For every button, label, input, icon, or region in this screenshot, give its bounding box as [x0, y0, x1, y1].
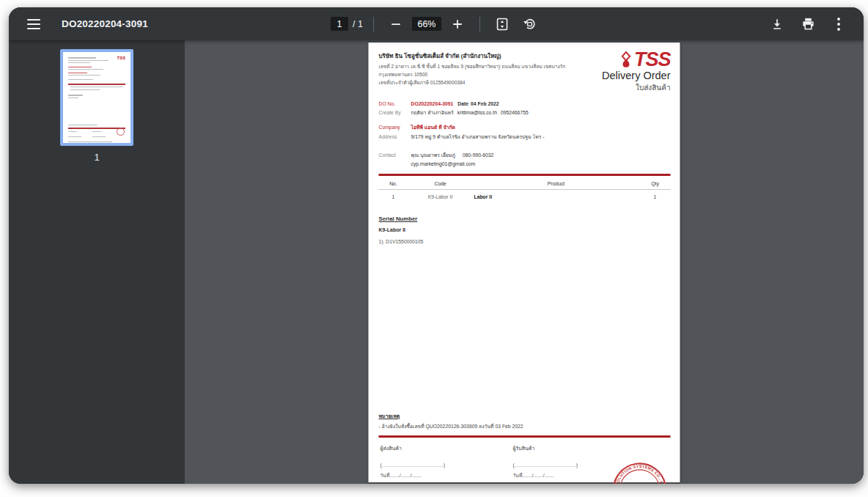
doc-type-english: Delivery Order	[602, 70, 670, 81]
customer-address-value: 9/179 หมู่ 9 ตำบลไร่ขิง อำเภอสามพราน จัง…	[411, 133, 545, 141]
create-by-email: krittima@tss.co.th	[457, 108, 497, 117]
serial-product-code: K9-Labor II	[379, 227, 671, 232]
toolbar-center-controls: / 1	[331, 7, 542, 40]
sender-label: ผู้ส่งสินค้า	[380, 444, 446, 452]
contact-phone: 080-990-6032	[463, 151, 493, 160]
toolbar-separator	[479, 17, 480, 32]
zoom-out-button[interactable]	[384, 12, 408, 36]
col-header-qty: Qty	[640, 177, 671, 190]
seller-info: บริษัท ธิน โซลูชั่นซิสเต็มส์ จำกัด (สำนั…	[379, 51, 566, 93]
page-number-input[interactable]	[331, 17, 348, 31]
pdf-main-area[interactable]: บริษัท ธิน โซลูชั่นซิสเต็มส์ จำกัด (สำนั…	[185, 40, 864, 484]
thumbnail-page-number: 1	[60, 152, 133, 163]
sender-sign-line: (...................................)	[380, 463, 446, 468]
note-reference-line: - อ้างอิงใบสั่งซื้อเลขที่ QUO20220126-30…	[379, 422, 671, 430]
logo-block: TSS Delivery Order ใบส่งสินค้า	[602, 50, 670, 93]
fit-page-button[interactable]	[490, 12, 514, 36]
item-code: K9-Labor II	[408, 189, 473, 201]
col-header-no: No.	[379, 177, 408, 190]
col-header-code: Code	[408, 177, 473, 190]
do-number-label: DO No.	[379, 100, 411, 108]
item-qty: 1	[640, 189, 671, 201]
receiver-date-line: วันที่......./......./.......	[513, 471, 578, 479]
serial-number-item: 1). D1V1550000105	[379, 239, 671, 244]
toolbar-right-controls	[765, 12, 850, 36]
col-header-product: Product	[473, 177, 640, 190]
seller-address-line1: เลขที่ 2 อาคาร เค.ซี.ซี ชั้นที่ 1 ซอยสีล…	[379, 63, 566, 71]
serial-section: Serial Number K9-Labor II 1). D1V1550000…	[379, 216, 671, 244]
toolbar-separator	[373, 17, 374, 32]
serial-heading: Serial Number	[379, 216, 671, 222]
page-1-thumbnail-preview: TSS	[60, 49, 133, 146]
rotate-ccw-icon	[523, 17, 537, 31]
zoom-level-input[interactable]	[412, 17, 441, 31]
signature-area: ผู้ส่งสินค้า (..........................…	[379, 444, 671, 485]
tss-logo-text: TSS	[634, 50, 671, 69]
doc-type-thai: ใบส่งสินค้า	[602, 82, 670, 93]
create-by-phone: 0952466755	[501, 108, 529, 117]
document-footer-block: หมายเหตุ - อ้างอิงใบสั่งซื้อเลขที่ QUO20…	[379, 412, 671, 484]
customer-company-label: Company	[379, 123, 411, 132]
plus-icon	[452, 19, 463, 29]
page-total-label: / 1	[353, 19, 363, 29]
zoom-in-button[interactable]	[446, 12, 469, 36]
hamburger-icon	[27, 19, 40, 29]
receiver-signature-block: ผู้รับสินค้า (..........................…	[513, 444, 578, 479]
seller-company-name: บริษัท ธิน โซลูชั่นซิสเต็มส์ จำกัด (สำนั…	[379, 51, 566, 61]
receiver-label: ผู้รับสินค้า	[513, 444, 578, 452]
download-icon	[770, 18, 784, 31]
items-table: No. Code Product Qty 1 K9-Labor II Labor…	[379, 177, 671, 201]
thumbnail-sidebar: TSS	[9, 40, 185, 484]
table-row: 1 K9-Labor II Labor II 1	[379, 189, 671, 201]
item-product: Labor II	[473, 189, 640, 201]
note-heading: หมายเหตุ	[379, 412, 671, 420]
red-divider-bottom	[379, 435, 671, 438]
print-icon	[801, 17, 815, 31]
viewer-content: TSS	[9, 40, 864, 484]
tss-logo-icon	[620, 51, 633, 70]
thumbnail-stamp-mark	[117, 128, 125, 136]
stamp-tss-text: ◊TSS	[628, 481, 652, 484]
sender-date-line: วันที่......./......./.......	[380, 471, 446, 479]
print-button[interactable]	[796, 12, 820, 36]
do-meta: DO No. DO20220204-3091 Date 04 Feb 2022 …	[379, 100, 671, 169]
create-by-label: Create By	[379, 108, 411, 117]
rotate-button[interactable]	[518, 12, 542, 36]
fit-page-icon	[496, 18, 509, 31]
thumbnail-logo-mark: TSS	[117, 56, 125, 60]
menu-button[interactable]	[22, 12, 45, 36]
seller-tax-id: เลขที่ประจำตัวผู้เสียภาษี 0125549000384	[379, 79, 566, 87]
document-title: DO20220204-3091	[62, 18, 148, 29]
customer-company-value: ไอทีพี แอนด์ ที จำกัด	[411, 123, 455, 132]
contact-label: Contact	[379, 151, 411, 160]
do-number-value: DO20220204-3091	[411, 100, 454, 108]
contact-name: คุณ บุณยาพร เอี่ยมภู่	[411, 151, 456, 160]
item-no: 1	[379, 189, 408, 201]
pdf-toolbar: DO20220204-3091 / 1	[9, 7, 864, 40]
vertical-dots-icon	[836, 17, 841, 32]
download-button[interactable]	[765, 12, 789, 36]
minus-icon	[391, 19, 401, 29]
document-page: บริษัท ธิน โซลูชั่นซิสเต็มส์ จำกัด (สำนั…	[369, 43, 680, 482]
document-header: บริษัท ธิน โซลูชั่นซิสเต็มส์ จำกัด (สำนั…	[379, 51, 671, 93]
create-by-name: กฤติมา ลำเภาอินทร์	[411, 108, 454, 117]
more-options-button[interactable]	[827, 12, 850, 36]
date-label: Date	[457, 100, 468, 108]
red-divider-top	[379, 174, 671, 176]
page-1-thumbnail[interactable]: TSS	[60, 49, 133, 163]
sender-signature-block: ผู้ส่งสินค้า (..........................…	[380, 444, 446, 479]
date-value: 04 Feb 2022	[471, 100, 499, 108]
contact-email: cyp.marketing01@gmail.com	[411, 160, 476, 169]
customer-address-label: Address	[379, 133, 411, 141]
seller-address-line2: กรุงเทพมหานคร 10500	[379, 71, 566, 79]
receiver-sign-line: (...................................)	[513, 463, 578, 468]
items-table-header-row: No. Code Product Qty	[379, 177, 671, 190]
pdf-viewer-window: DO20220204-3091 / 1	[9, 7, 864, 484]
